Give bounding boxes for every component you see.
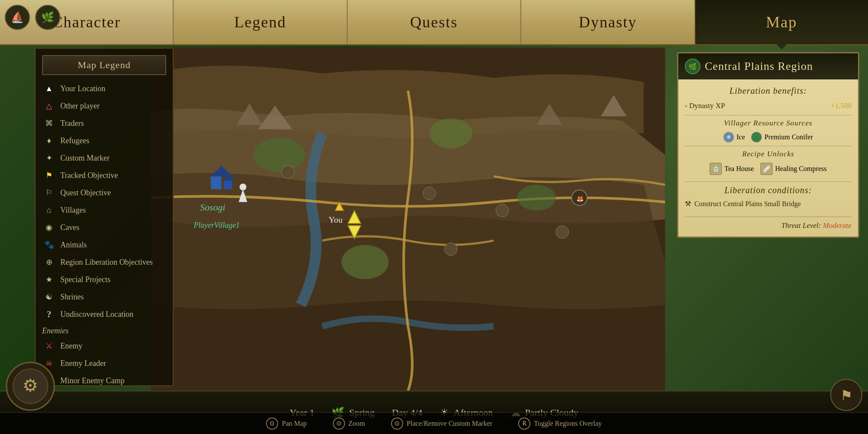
other-player-label: Other player — [60, 102, 99, 111]
refugees-icon: ♦ — [42, 134, 56, 148]
svg-point-4 — [342, 245, 389, 279]
legend-item-refugees: ♦ Refugees — [42, 134, 166, 148]
region-header: 🌿 Central Plains Region — [678, 53, 858, 79]
recipe-col-2: 🩹 Healing Compress — [760, 163, 827, 175]
liberation-conditions: Liberation conditions: ⚒ Construct Centr… — [685, 181, 852, 208]
svg-rect-9 — [211, 176, 222, 189]
threat-label: Threat Level: — [781, 221, 821, 230]
tab-map[interactable]: Map — [695, 0, 868, 44]
condition1-label: Construct Central Plains Small Bridge — [694, 200, 801, 208]
legend-item-shrines: ☯ Shrines — [42, 290, 166, 304]
region-icon: 🌿 — [685, 59, 700, 74]
undiscovered-icon: ? — [42, 307, 56, 321]
navigation-bar: Character Legend Quests Dynasty Map — [0, 0, 868, 46]
legend-item-quest-objective: ⚐ Quest Objective — [42, 186, 166, 200]
control-zoom: ⊙ Zoom — [333, 418, 365, 430]
resource-cols: ❄ Ice 🌲 Premium Conifer — [685, 132, 852, 142]
threat-value: Moderate — [823, 221, 852, 230]
tea-house-icon: 🍵 — [710, 163, 722, 175]
threat-level-row: Threat Level: Moderate — [685, 217, 852, 230]
regions-label: Toggle Regions Overlay — [534, 420, 602, 427]
legend-item-caves: ◉ Caves — [42, 220, 166, 234]
legend-item-enemy: ⚔ Enemy — [42, 339, 166, 353]
resource-col-2: 🌲 Premium Conifer — [751, 132, 813, 142]
special-projects-icon: ★ — [42, 273, 56, 286]
special-projects-label: Special Projects — [60, 275, 110, 284]
region-body: Liberation benefits: - Dynasty XP +1,500… — [678, 79, 858, 237]
pan-label: Pan Map — [282, 420, 306, 427]
svg-point-14 — [240, 184, 247, 191]
villages-label: Villages — [60, 206, 86, 215]
svg-point-21 — [444, 243, 457, 256]
caves-icon: ◉ — [42, 220, 56, 234]
liberation-conditions-title: Liberation conditions: — [685, 185, 852, 195]
region-liberation-label: Region Liberation Objectives — [60, 258, 153, 267]
condition-icon-1: ⚒ — [685, 200, 691, 208]
regions-key: R — [518, 418, 530, 430]
tab-quests-label: Quests — [410, 13, 458, 31]
your-location-label: Your Location — [60, 84, 105, 93]
resource1-label: Ice — [736, 133, 745, 141]
legend-item-undiscovered: ? Undiscovered Location — [42, 307, 166, 321]
legend-item-special-projects: ★ Special Projects — [42, 273, 166, 286]
zoom-label: Zoom — [349, 420, 365, 427]
marker-key: ⊙ — [391, 418, 403, 430]
resource-col-1: ❄ Ice — [723, 132, 745, 142]
legend-item-minor-enemy-camp: ✕ Minor Enemy Camp — [42, 374, 166, 388]
map-area[interactable]: You 🦊 Sosogi PlayerVillage1 — [148, 48, 668, 391]
svg-point-19 — [423, 187, 436, 200]
liberation-benefits-title: Liberation benefits: — [685, 86, 852, 96]
undiscovered-label: Undiscovered Location — [60, 310, 133, 319]
control-marker: ⊙ Place/Remove Custom Marker — [391, 418, 492, 430]
player-icon-top-right: 🌿 — [35, 4, 61, 30]
region-info-panel: 🌿 Central Plains Region Liberation benef… — [677, 52, 859, 238]
legend-item-enemy-leader: ☠ Enemy Leader — [42, 356, 166, 370]
bottom-right-decoration: ⚑ — [829, 378, 864, 412]
svg-text:⛵: ⛵ — [11, 11, 24, 23]
svg-point-1 — [254, 138, 306, 172]
recipe-unlocks-title: Recipe Unlocks — [685, 150, 852, 158]
svg-point-3 — [517, 185, 556, 210]
divider-2 — [685, 146, 852, 146]
dynasty-xp-value: +1,500 — [831, 102, 852, 110]
svg-point-22 — [556, 226, 569, 239]
svg-rect-10 — [224, 181, 232, 189]
tab-quests[interactable]: Quests — [348, 0, 521, 44]
legend-item-custom-marker: ✦ Custom Marker — [42, 151, 166, 165]
custom-marker-icon: ✦ — [42, 151, 56, 165]
caves-label: Caves — [60, 223, 79, 232]
legend-title: Map Legend — [42, 55, 166, 75]
divider-1 — [685, 115, 852, 115]
villager-resources-title: Villager Resource Sources — [685, 119, 852, 128]
enemies-section-title: Enemies — [42, 326, 166, 335]
zoom-key: ⊙ — [333, 418, 345, 430]
svg-text:PlayerVillage1: PlayerVillage1 — [193, 221, 240, 230]
quest-objective-icon: ⚐ — [42, 186, 56, 200]
animals-icon: 🐾 — [42, 238, 56, 252]
svg-text:⚙: ⚙ — [23, 376, 38, 395]
enemy-label: Enemy — [60, 342, 82, 351]
recipe-col-1: 🍵 Tea House — [710, 163, 754, 175]
legend-item-region-liberation: ⊕ Region Liberation Objectives — [42, 255, 166, 269]
nav-tabs: Character Legend Quests Dynasty Map — [0, 0, 868, 44]
condition-row-1: ⚒ Construct Central Plains Small Bridge — [685, 200, 852, 208]
tab-dynasty[interactable]: Dynasty — [521, 0, 695, 44]
svg-text:🦊: 🦊 — [576, 195, 584, 203]
villages-icon: ⌂ — [42, 203, 56, 217]
control-pan: ⊙ Pan Map — [266, 418, 306, 430]
custom-marker-label: Custom Marker — [60, 154, 109, 163]
recipe2-label: Healing Compress — [775, 165, 827, 173]
svg-text:You: You — [329, 215, 342, 224]
tab-legend[interactable]: Legend — [174, 0, 347, 44]
svg-text:Sosogi: Sosogi — [200, 202, 225, 213]
svg-point-2 — [429, 118, 472, 148]
conifer-icon: 🌲 — [751, 132, 762, 142]
recipe1-label: Tea House — [724, 165, 754, 173]
svg-point-20 — [496, 204, 509, 217]
control-regions: R Toggle Regions Overlay — [518, 418, 602, 430]
tracked-objective-label: Tracked Objective — [60, 171, 118, 180]
region-liberation-icon: ⊕ — [42, 255, 56, 269]
player-icon-top-left: ⛵ 1 — [4, 4, 30, 30]
ice-icon: ❄ — [723, 132, 734, 142]
minor-enemy-camp-label: Minor Enemy Camp — [60, 376, 125, 385]
